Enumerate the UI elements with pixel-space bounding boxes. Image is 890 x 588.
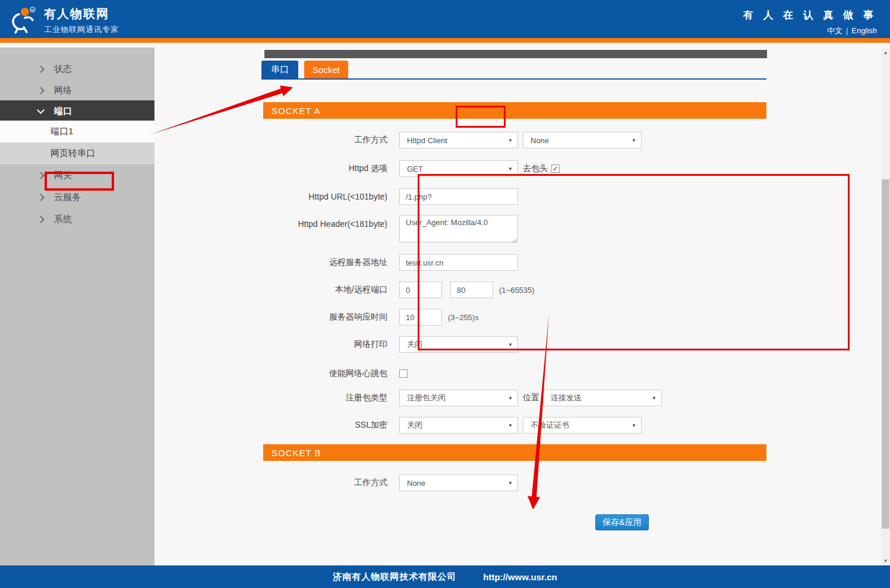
- scrollbar-thumb[interactable]: [882, 179, 889, 529]
- httpd-url-input[interactable]: [399, 188, 518, 205]
- remote-port-input[interactable]: [450, 282, 493, 298]
- response-time-hint: (3~255)s: [448, 313, 479, 322]
- heartbeat-label: 使能网络心跳包: [261, 368, 399, 379]
- sidebar-item-label: 端口1: [51, 126, 73, 137]
- response-time-row: 服务器响应时间 (3~255)s: [261, 309, 479, 325]
- dropdown-arrow-icon: ▼: [632, 138, 636, 143]
- sidebar-item-label: 网关: [54, 170, 72, 181]
- ssl-label: SSL加密: [261, 420, 399, 431]
- socket-b-banner: SOCKET B: [263, 444, 766, 461]
- remote-server-row: 远程服务器地址: [261, 254, 518, 271]
- work-mode-select[interactable]: Httpd Client ▼: [399, 132, 518, 148]
- sidebar-item-system[interactable]: 系统: [0, 208, 154, 230]
- device-config-page: R 有人物联网 工业物联网通讯专家 有 人 在 认 真 做 事 中文|Engli…: [0, 0, 890, 588]
- sidebar-item-label: 状态: [54, 64, 72, 75]
- reg-packet-select[interactable]: 注册包关闭 ▼: [399, 390, 518, 406]
- sidebar-item-network[interactable]: 网络: [0, 80, 154, 101]
- net-print-select[interactable]: 关闭 ▼: [399, 336, 518, 353]
- sidebar-item-port[interactable]: 端口: [0, 100, 154, 122]
- dropdown-arrow-icon: ▼: [508, 166, 513, 172]
- ssl-cert-select[interactable]: 不验证证书 ▼: [523, 417, 642, 434]
- svg-text:R: R: [31, 8, 34, 12]
- work-mode-label: 工作方式: [261, 135, 399, 146]
- main-content: 串口 Socket SOCKET A 工作方式 Httpd Client ▼ N…: [154, 48, 881, 565]
- sidebar-item-status[interactable]: 状态: [0, 58, 154, 80]
- ports-row: 本地/远程端口 (1~65535): [261, 282, 535, 298]
- dropdown-arrow-icon: ▼: [508, 342, 513, 347]
- strip-header-checkbox[interactable]: [551, 165, 560, 173]
- logo-title: 有人物联网: [44, 6, 119, 22]
- httpd-header-label: Httpd Header(<181byte): [261, 219, 399, 229]
- scroll-up-arrow-icon[interactable]: ▲: [881, 48, 890, 57]
- tab-underline: [261, 78, 766, 80]
- chevron-right-icon: [37, 194, 45, 201]
- strip-header-label: 去包头: [523, 163, 548, 174]
- reg-packet-label: 注册包类型: [261, 393, 399, 403]
- footer-company: 济南有人物联网技术有限公司: [333, 571, 456, 583]
- dropdown-arrow-icon: ▼: [508, 396, 513, 401]
- work-mode-row: 工作方式 Httpd Client ▼ None ▼: [261, 132, 642, 148]
- position-label: 位置: [523, 393, 539, 403]
- chevron-right-icon: [37, 216, 45, 223]
- chevron-right-icon: [37, 87, 45, 94]
- net-print-label: 网络打印: [261, 339, 399, 350]
- tab-socket[interactable]: Socket: [304, 61, 348, 78]
- lang-chinese-link[interactable]: 中文: [827, 26, 842, 35]
- httpd-header-textarea[interactable]: User_Agent: Mozilla/4.0: [399, 215, 518, 242]
- footer-url-link[interactable]: http://www.usr.cn: [483, 572, 557, 582]
- lang-english-link[interactable]: English: [851, 26, 877, 35]
- tab-serial[interactable]: 串口: [261, 61, 298, 78]
- page-footer: 济南有人物联网技术有限公司 http://www.usr.cn: [0, 565, 890, 588]
- sidebar-item-label: 端口: [54, 106, 72, 117]
- socket-b-work-mode-row: 工作方式 None ▼: [261, 475, 518, 491]
- httpd-option-row: Httpd 选项 GET ▼ 去包头: [261, 160, 560, 177]
- ports-label: 本地/远程端口: [261, 284, 399, 295]
- ports-range-hint: (1~65535): [499, 286, 535, 295]
- vertical-scrollbar[interactable]: ▲ ▼: [881, 48, 890, 565]
- scroll-down-arrow-icon[interactable]: ▼: [881, 556, 890, 565]
- work-mode-secondary-select[interactable]: None ▼: [523, 132, 642, 148]
- httpd-url-label: Httpd URL(<101byte): [261, 192, 399, 201]
- sidebar-item-web-to-serial[interactable]: 网页转串口: [0, 143, 154, 165]
- position-select[interactable]: 连接发送 ▼: [543, 390, 662, 406]
- local-port-input[interactable]: [399, 282, 442, 298]
- dropdown-arrow-icon: ▼: [508, 480, 513, 486]
- response-time-label: 服务器响应时间: [261, 312, 399, 323]
- httpd-option-label: Httpd 选项: [261, 163, 399, 174]
- remote-server-label: 远程服务器地址: [261, 257, 399, 268]
- sidebar-item-label: 网络: [54, 85, 72, 96]
- header-slogan: 有 人 在 认 真 做 事: [743, 8, 877, 22]
- heartbeat-checkbox[interactable]: [399, 369, 408, 378]
- language-switcher: 中文|English: [743, 26, 877, 36]
- usr-logo-icon: R: [7, 5, 38, 36]
- socket-a-banner: SOCKET A: [263, 102, 766, 119]
- httpd-option-select[interactable]: GET ▼: [399, 160, 518, 177]
- ssl-row: SSL加密 关闭 ▼ 不验证证书 ▼: [261, 417, 642, 434]
- chevron-down-icon: [37, 106, 45, 114]
- chevron-right-icon: [37, 172, 45, 179]
- sidebar-item-label: 网页转串口: [51, 148, 95, 159]
- chevron-right-icon: [37, 65, 45, 73]
- ssl-select[interactable]: 关闭 ▼: [399, 417, 518, 434]
- dropdown-arrow-icon: ▼: [508, 138, 513, 143]
- dropdown-arrow-icon: ▼: [508, 423, 513, 428]
- save-apply-button[interactable]: 保存&应用: [595, 514, 649, 530]
- dropdown-arrow-icon: ▼: [652, 396, 657, 401]
- dropdown-arrow-icon: ▼: [632, 423, 636, 428]
- remote-server-input[interactable]: [399, 254, 518, 271]
- sidebar-item-port1[interactable]: 端口1: [0, 121, 154, 143]
- sidebar-nav: 状态 网络 端口 端口1 网页转串口 网关 云服务 系统: [0, 48, 154, 565]
- sidebar-item-label: 云服务: [54, 192, 81, 203]
- lang-separator: |: [846, 26, 848, 35]
- scrolled-title-bar: [264, 50, 767, 58]
- httpd-header-row: Httpd Header(<181byte) User_Agent: Mozil…: [261, 215, 518, 232]
- sidebar-item-cloud[interactable]: 云服务: [0, 186, 154, 208]
- response-time-input[interactable]: [399, 309, 442, 325]
- reg-packet-row: 注册包类型 注册包关闭 ▼ 位置 连接发送 ▼: [261, 390, 662, 406]
- socket-b-work-mode-select[interactable]: None ▼: [399, 475, 518, 491]
- sidebar-item-label: 系统: [54, 214, 72, 225]
- socket-b-work-mode-label: 工作方式: [261, 478, 399, 488]
- heartbeat-row: 使能网络心跳包: [261, 365, 408, 382]
- brand-logo: R 有人物联网 工业物联网通讯专家: [7, 5, 119, 36]
- sidebar-item-gateway[interactable]: 网关: [0, 165, 154, 186]
